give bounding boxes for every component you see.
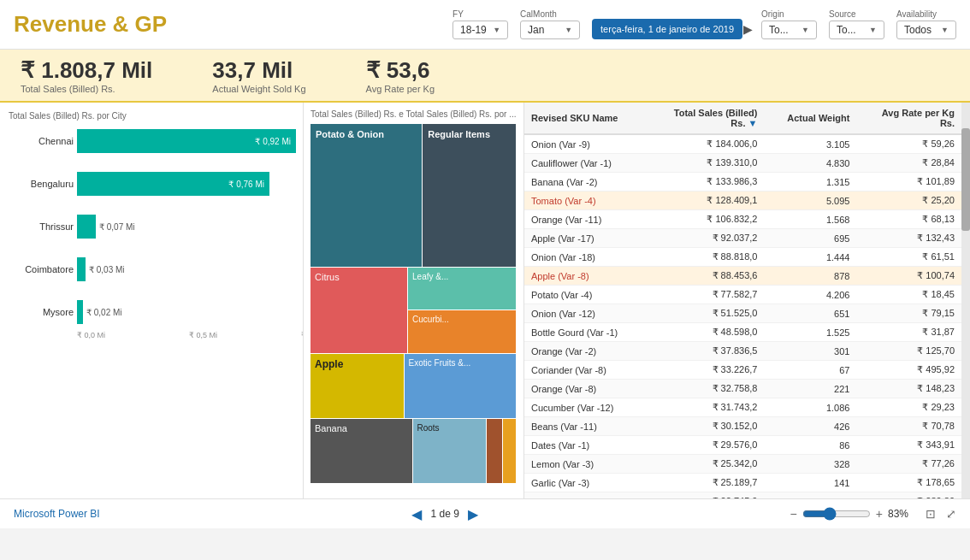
footer: Microsoft Power BI ◀ 1 de 9 ▶ − + 83% ⊡ … [0, 498, 970, 528]
cell-weight: 3.105 [764, 134, 856, 154]
availability-filter-group: Availability Todos ▼ [896, 9, 956, 39]
cell-sales: ₹ 33.226,7 [647, 361, 765, 380]
bar-chennai[interactable]: ₹ 0,92 Mi [77, 129, 296, 153]
cell-name: Apple (Var -8) [524, 267, 647, 286]
source-filter-group: Source To... ▼ [829, 9, 884, 39]
treemap-exotic[interactable]: Exotic Fruits &... [405, 354, 516, 418]
treemap-potato-onion[interactable]: Potato & Onion [311, 124, 422, 267]
availability-chevron-icon: ▼ [941, 26, 949, 34]
table-row[interactable]: Onion (Var -9)₹ 184.006,03.105₹ 59,26 [524, 134, 961, 154]
treemap-leafy[interactable]: Leafy &... [408, 268, 516, 310]
table-row[interactable]: Orange (Var -11)₹ 106.832,21.568₹ 68,13 [524, 210, 961, 229]
next-page-arrow[interactable]: ▶ [468, 506, 478, 522]
treemap-small1[interactable] [487, 419, 501, 483]
treemap-small2[interactable] [503, 419, 516, 483]
col-sales[interactable]: Total Sales (Billed)Rs. ▼ [647, 103, 765, 134]
cell-sales: ₹ 22.745,0 [647, 492, 765, 499]
cell-weight: 221 [764, 380, 856, 398]
prev-page-arrow[interactable]: ◀ [411, 506, 422, 522]
kpi-rate: ₹ 53,6 Avg Rate per Kg [366, 57, 435, 94]
cell-weight: 301 [764, 342, 856, 361]
bar-thrissur[interactable] [77, 215, 96, 239]
treemap-banana[interactable]: Banana [311, 419, 412, 483]
x-axis: ₹ 0,0 Mi ₹ 0,5 Mi ₹ 1,0 Mi [77, 331, 304, 339]
source-chevron-icon: ▼ [869, 26, 877, 34]
table-row[interactable]: Coriander (Var -8)₹ 33.226,767₹ 495,92 [524, 361, 961, 380]
fit-page-icon[interactable]: ⊡ [926, 507, 936, 521]
treemap-cucurbi[interactable]: Cucurbi... [408, 310, 516, 353]
zoom-minus-icon[interactable]: − [790, 507, 797, 521]
kpi-bar: ₹ 1.808,7 Mil Total Sales (Billed) Rs. 3… [0, 50, 970, 103]
kpi-weight: 33,7 Mil Actual Weight Sold Kg [212, 57, 305, 94]
cell-sales: ₹ 37.836,5 [647, 342, 765, 361]
cell-name: Orange (Var -8) [524, 380, 647, 398]
col-name: Revised SKU Name [524, 103, 647, 134]
cell-rate: ₹ 61,51 [856, 248, 961, 267]
cell-name: Beans (Var -11) [524, 417, 647, 436]
table-row[interactable]: Cucumber (Var -12)₹ 31.743,21.086₹ 29,23 [524, 398, 961, 417]
treemap-row-2: Citrus Leafy &... Cucurbi... [311, 268, 516, 353]
calmonth-select[interactable]: Jan ▼ [520, 21, 580, 39]
cell-name: Cauliflower (Var -1) [524, 154, 647, 173]
cell-rate: ₹ 125,70 [856, 342, 961, 361]
cell-sales: ₹ 106.832,2 [647, 210, 765, 229]
origin-select[interactable]: To... ▼ [761, 21, 817, 39]
table-row[interactable]: Beans (Var -11)₹ 30.152,0426₹ 70,78 [524, 417, 961, 436]
page-title: Revenue & GP [14, 11, 167, 38]
source-select[interactable]: To... ▼ [829, 21, 884, 39]
table-row[interactable]: Cauliflower (Var -1)₹ 139.310,04.830₹ 28… [524, 154, 961, 173]
table-row[interactable]: Garlic (Var -3)₹ 25.189,7141₹ 178,65 [524, 474, 961, 492]
availability-value: Todos [904, 24, 941, 36]
header: Revenue & GP FY 18-19 ▼ CalMonth Jan ▼ t… [0, 0, 970, 50]
data-table: Revised SKU Name Total Sales (Billed)Rs.… [524, 103, 961, 498]
treemap-exotic-label: Exotic Fruits &... [409, 358, 471, 368]
cell-name: Onion (Var -18) [524, 248, 647, 267]
fy-select[interactable]: 18-19 ▼ [452, 21, 508, 39]
treemap-right-sub: Leafy &... Cucurbi... [408, 268, 516, 353]
cell-rate: ₹ 495,92 [856, 361, 961, 380]
bar-mysore[interactable] [77, 300, 83, 324]
table-row[interactable]: Orange (Var -8)₹ 32.758,8221₹ 148,23 [524, 380, 961, 398]
table-row[interactable]: Tomato (Var -4)₹ 128.409,15.095₹ 25,20 [524, 192, 961, 210]
powerbi-link[interactable]: Microsoft Power BI [14, 508, 100, 520]
table-row[interactable]: Bottle Gourd (Var -1)₹ 48.598,01.525₹ 31… [524, 323, 961, 342]
table-row[interactable]: Potato (Var -4)₹ 77.582,74.206₹ 18,45 [524, 286, 961, 304]
table-row[interactable]: Apple (Var -8)₹ 88.453,6878₹ 100,74 [524, 267, 961, 286]
treemap-apple-label: Apple [315, 358, 343, 370]
cell-rate: ₹ 28,84 [856, 154, 961, 173]
zoom-slider[interactable] [802, 507, 871, 521]
availability-label: Availability [896, 9, 956, 19]
bar-coimbatore[interactable] [77, 257, 86, 281]
zoom-plus-icon[interactable]: + [876, 507, 883, 521]
table-row[interactable]: Onion (Var -12)₹ 51.525,0651₹ 79,15 [524, 304, 961, 323]
table-row[interactable]: Onion (Var -18)₹ 88.818,01.444₹ 61,51 [524, 248, 961, 267]
cell-rate: ₹ 68,13 [856, 210, 961, 229]
table-row[interactable]: Banana (Var -2)₹ 133.986,31.315₹ 101,89 [524, 173, 961, 192]
scrollbar[interactable] [961, 103, 970, 498]
calmonth-filter-group: CalMonth Jan ▼ [520, 9, 580, 39]
cell-rate: ₹ 77,26 [856, 455, 961, 474]
bar-label-thrissur: Thrissur [9, 221, 74, 232]
fullscreen-icon[interactable]: ⤢ [946, 507, 956, 521]
availability-select[interactable]: Todos ▼ [896, 21, 956, 39]
cell-rate: ₹ 101,89 [856, 173, 961, 192]
cell-weight: 4.206 [764, 286, 856, 304]
cell-sales: ₹ 25.189,7 [647, 474, 765, 492]
treemap-apple[interactable]: Apple [311, 354, 404, 418]
table-row[interactable]: Orange (Var -2)₹ 37.836,5301₹ 125,70 [524, 342, 961, 361]
treemap-roots[interactable]: Roots [413, 419, 487, 483]
table-row[interactable]: Dates (Var -1)₹ 29.576,086₹ 343,91 [524, 436, 961, 455]
bar-bengaluru[interactable]: ₹ 0,76 Mi [77, 172, 269, 196]
table-row[interactable]: Tamarind (Var -1)₹ 22.745,081₹ 280,80 [524, 492, 961, 499]
scroll-thumb[interactable] [961, 128, 970, 231]
treemap-regular-items[interactable]: Regular Items [423, 124, 516, 267]
bar-label-chennai: Chennai [9, 136, 74, 146]
bar-chart-panel: Total Sales (Billed) Rs. por City Chenna… [0, 103, 304, 498]
table-row[interactable]: Lemon (Var -3)₹ 25.342,0328₹ 77,26 [524, 455, 961, 474]
table-row[interactable]: Apple (Var -17)₹ 92.037,2695₹ 132,43 [524, 229, 961, 248]
treemap[interactable]: Potato & Onion Regular Items Citrus Leaf… [311, 124, 516, 483]
origin-filter-group: Origin To... ▼ [761, 9, 817, 39]
date-badge[interactable]: terça-feira, 1 de janeiro de 2019 ▶ [592, 19, 742, 39]
cell-name: Orange (Var -11) [524, 210, 647, 229]
treemap-citrus[interactable]: Citrus [311, 268, 407, 353]
